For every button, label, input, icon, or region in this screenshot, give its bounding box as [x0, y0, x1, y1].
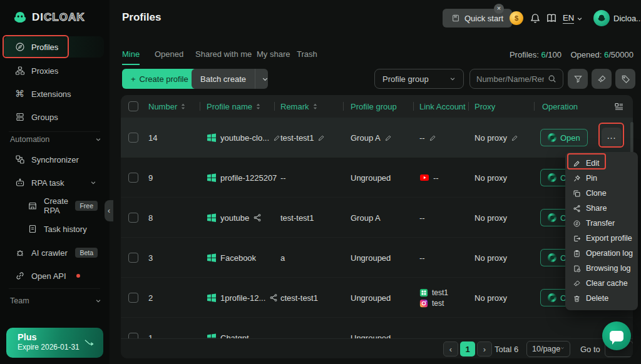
link-account: test1: [432, 288, 448, 297]
row-checkbox[interactable]: [128, 253, 138, 263]
tags-button[interactable]: [615, 69, 635, 89]
row-checkbox[interactable]: [128, 133, 138, 143]
menu-item-clear-cache[interactable]: Clear cache: [565, 276, 638, 291]
sidebar-item-profiles[interactable]: Profiles: [4, 36, 104, 58]
profile-name: youtube-clo...: [220, 133, 269, 143]
chevron-down-icon: [560, 346, 565, 352]
menu-item-delete[interactable]: Delete: [565, 291, 638, 306]
windows-icon: [207, 253, 217, 263]
extensions-icon: ⌘: [15, 89, 25, 99]
sidebar-item-groups[interactable]: Groups: [4, 106, 104, 128]
tab-my-share[interactable]: My share: [257, 49, 290, 64]
chevron-down-icon: [449, 76, 456, 82]
bell-icon[interactable]: [530, 13, 541, 24]
create-profile-button[interactable]: + Create profile: [122, 69, 197, 89]
table-scrollbar[interactable]: [630, 122, 633, 156]
select-all-checkbox[interactable]: [128, 101, 138, 111]
browser-orb-icon: [548, 173, 556, 182]
ghost-mask-icon: [13, 10, 28, 25]
column-profile-name[interactable]: Profile name: [207, 95, 261, 118]
column-number[interactable]: Number: [148, 95, 186, 118]
proxy: No proxy: [474, 293, 507, 303]
menu-item-edit[interactable]: Edit: [565, 156, 638, 171]
brush-icon: [573, 280, 581, 288]
column-operation: Operation: [542, 95, 578, 118]
filter-button[interactable]: [568, 69, 588, 89]
sidebar-item-ai-crawler[interactable]: AI crawler Beta: [4, 242, 104, 263]
sidebar-item-label: RPA task: [31, 178, 64, 188]
menu-item-export-profile[interactable]: Export profile: [565, 231, 638, 246]
menu-item-browsing-log[interactable]: Browsing log: [565, 261, 638, 276]
table-row[interactable]: 2 1profile-12... ctest-test1 Ungrouped t…: [121, 278, 633, 318]
table-row[interactable]: 9 profile-1225207 -- Ungrouped -- No pro…: [121, 158, 633, 198]
tab-trash[interactable]: Trash: [297, 49, 317, 64]
table-row[interactable]: 3 Facebook a Ungrouped -- No proxy Open: [121, 238, 633, 278]
edit-pencil-icon[interactable]: [384, 134, 392, 142]
clear-cache-button[interactable]: [592, 69, 612, 89]
current-page-button[interactable]: 1: [460, 341, 475, 356]
sidebar-section-team[interactable]: Team: [10, 296, 101, 305]
sidebar-item-label: Task history: [44, 225, 87, 234]
batch-create-button[interactable]: Batch create: [192, 69, 268, 89]
row-checkbox[interactable]: [128, 173, 138, 183]
prev-page-button[interactable]: ‹: [443, 341, 458, 356]
column-divider: [468, 102, 469, 111]
per-page-select[interactable]: 10/page: [526, 341, 570, 357]
journal-icon: [451, 14, 460, 23]
row-checkbox[interactable]: [128, 213, 138, 223]
more-actions-button[interactable]: ...: [602, 128, 622, 148]
column-remark[interactable]: Remark: [280, 95, 318, 118]
chevron-down-icon: [90, 179, 96, 186]
layers-icon: [15, 112, 25, 122]
search-input[interactable]: [476, 74, 544, 84]
plus-subscription-card[interactable]: Plus Expire 2026-01-31: [6, 328, 103, 358]
sidebar-item-create-rpa[interactable]: Create RPA Free: [4, 195, 104, 216]
remark: test-test1: [280, 213, 314, 223]
close-icon[interactable]: ×: [494, 4, 504, 14]
profile-group-select[interactable]: Profile group: [374, 69, 464, 89]
link-account: --: [419, 253, 425, 263]
sidebar-section-automation[interactable]: Automation: [10, 135, 101, 144]
link-account: --: [419, 133, 425, 143]
next-page-button[interactable]: ›: [477, 341, 492, 356]
sidebar-item-task-history[interactable]: Task history: [4, 218, 104, 240]
menu-item-share[interactable]: Share: [565, 201, 638, 216]
tab-shared-with-me[interactable]: Shared with me: [195, 49, 252, 64]
sidebar-item-proxies[interactable]: Proxies: [4, 60, 104, 81]
coin-icon[interactable]: $: [510, 11, 523, 25]
sort-icon[interactable]: [312, 103, 318, 110]
tab-opened[interactable]: Opened: [155, 49, 183, 64]
crawler-bug-icon: [15, 248, 25, 258]
menu-item-transfer[interactable]: Transfer: [565, 216, 638, 231]
sidebar-item-label: Open API: [31, 271, 66, 281]
open-profile-button[interactable]: Open: [540, 129, 588, 146]
sort-icon[interactable]: [255, 103, 261, 110]
sidebar-item-synchronizer[interactable]: Synchronizer: [4, 149, 104, 170]
tab-mine[interactable]: Mine: [122, 49, 140, 65]
edit-pencil-icon[interactable]: [511, 134, 519, 142]
sidebar-item-open-api[interactable]: Open API: [4, 265, 104, 286]
language-selector[interactable]: EN: [563, 13, 583, 24]
column-settings-icon[interactable]: [614, 101, 624, 111]
sort-icon[interactable]: [180, 103, 186, 110]
table-row[interactable]: 14 youtube-clo... test-test1 Group A -- …: [121, 118, 633, 158]
row-checkbox[interactable]: [128, 293, 138, 303]
compass-icon: [15, 42, 25, 52]
edit-pencil-icon[interactable]: [429, 134, 437, 142]
menu-item-pin[interactable]: Pin: [565, 171, 638, 186]
sidebar-item-extensions[interactable]: ⌘ Extensions: [4, 83, 104, 104]
menu-item-clone[interactable]: Clone: [565, 186, 638, 201]
table-row[interactable]: 8 youtube test-test1 Group A -- No proxy…: [121, 198, 633, 238]
export-icon: [573, 235, 581, 243]
edit-pencil-icon[interactable]: [317, 134, 326, 142]
brush-icon: [597, 74, 607, 84]
chat-support-button[interactable]: [602, 321, 631, 350]
sidebar-collapse-handle[interactable]: ‹: [105, 200, 113, 221]
share-icon: [269, 293, 278, 302]
pagination-bar: ‹ 1 › Total 6 10/page Go to: [121, 338, 633, 358]
sidebar-item-rpa-task[interactable]: RPA task: [4, 172, 104, 193]
windows-icon: [207, 173, 217, 183]
docs-book-icon[interactable]: [546, 13, 557, 24]
avatar[interactable]: [593, 10, 610, 26]
menu-item-operation-log[interactable]: Operation log: [565, 246, 638, 261]
